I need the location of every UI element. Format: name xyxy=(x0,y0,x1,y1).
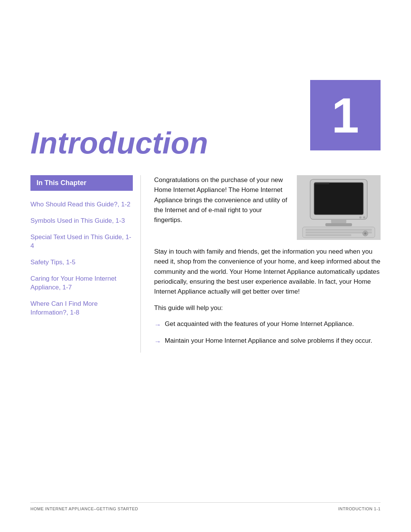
sidebar-link-symbols[interactable]: Symbols Used in This Guide, 1-3 xyxy=(30,217,133,225)
bullet-list: → Get acquainted with the features of yo… xyxy=(154,319,381,347)
svg-rect-2 xyxy=(315,183,363,214)
computer-svg xyxy=(299,176,379,239)
sidebar-link-special[interactable]: Special Text Used in This Guide, 1-4 xyxy=(30,233,133,251)
stay-in-touch-text: Stay in touch with family and friends, g… xyxy=(154,248,380,295)
chapter-number: 1 xyxy=(331,91,359,140)
in-this-chapter-box: In This Chapter xyxy=(30,175,133,191)
content-area: In This Chapter Who Should Read this Gui… xyxy=(30,175,381,353)
appliance-image xyxy=(297,175,381,240)
svg-point-11 xyxy=(364,232,366,235)
footer-left: Home Internet Appliance–Getting Started xyxy=(30,506,138,511)
bullet-item-2: → Maintain your Home Internet Appliance … xyxy=(154,336,381,347)
second-paragraph: Stay in touch with family and friends, g… xyxy=(154,247,381,297)
svg-rect-9 xyxy=(306,234,351,236)
bullet-text-2: Maintain your Home Internet Appliance an… xyxy=(165,336,372,346)
footer-right: Introduction 1-1 xyxy=(338,506,381,511)
chapter-title: Introduction xyxy=(30,126,208,161)
sidebar: In This Chapter Who Should Read this Gui… xyxy=(30,175,141,353)
bullet-text-1: Get acquainted with the features of your… xyxy=(165,319,354,329)
bullet-item-1: → Get acquainted with the features of yo… xyxy=(154,319,381,331)
guide-help-text: This guide will help you: xyxy=(154,303,381,313)
arrow-icon-2: → xyxy=(154,337,161,347)
svg-rect-7 xyxy=(306,229,372,231)
sidebar-link-who[interactable]: Who Should Read this Guide?, 1-2 xyxy=(30,200,133,209)
svg-rect-4 xyxy=(331,219,346,223)
in-this-chapter-label: In This Chapter xyxy=(37,179,86,187)
svg-rect-8 xyxy=(306,232,372,233)
svg-point-13 xyxy=(363,216,365,219)
sidebar-link-caring[interactable]: Caring for Your Home Internet Appliance,… xyxy=(30,275,133,292)
intro-top: Congratulations on the purchase of your … xyxy=(154,175,381,240)
sidebar-link-safety[interactable]: Safety Tips, 1-5 xyxy=(30,258,133,267)
intro-paragraph: Congratulations on the purchase of your … xyxy=(154,175,289,225)
page: 1 Introduction In This Chapter Who Shoul… xyxy=(0,0,411,532)
intro-text-left: Congratulations on the purchase of your … xyxy=(154,175,289,240)
svg-point-12 xyxy=(359,216,362,219)
arrow-icon-1: → xyxy=(154,320,161,331)
svg-rect-5 xyxy=(325,223,352,226)
page-footer: Home Internet Appliance–Getting Started … xyxy=(30,502,381,511)
sidebar-link-where[interactable]: Where Can I Find More Information?, 1-8 xyxy=(30,300,133,317)
chapter-number-block: 1 xyxy=(310,80,381,150)
main-content: Congratulations on the purchase of your … xyxy=(141,175,381,353)
